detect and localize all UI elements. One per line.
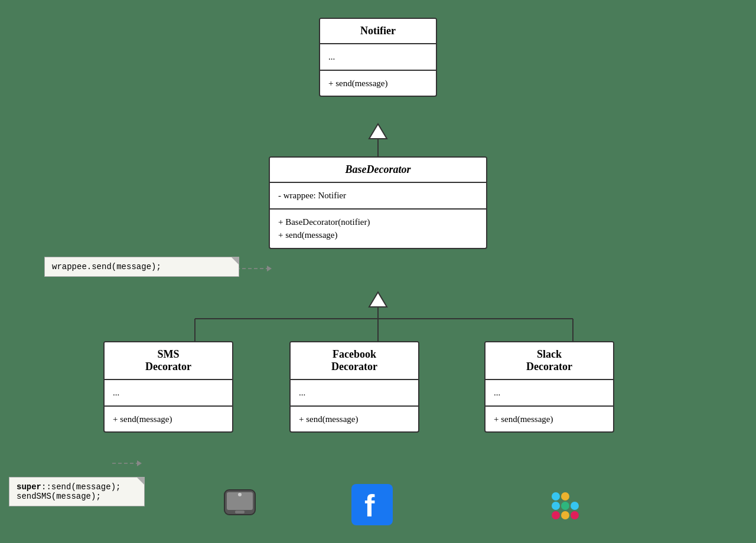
- sms-note-line1-rest: ::send(message);: [41, 482, 120, 492]
- sms-decorator-fields-text: ...: [113, 388, 119, 397]
- sms-decorator-methods-text: + send(message): [113, 414, 172, 424]
- notifier-fields: ...: [320, 44, 436, 71]
- sms-decorator-header: SMS Decorator: [105, 342, 232, 380]
- notifier-class-header: Notifier: [320, 19, 436, 44]
- wrappee-note-text: wrappee.send(message);: [52, 262, 161, 272]
- sms-note-line2: sendSMS(message);: [17, 492, 137, 501]
- base-decorator-name: BaseDecorator: [346, 163, 411, 175]
- wrappee-note: wrappee.send(message);: [44, 257, 239, 277]
- sms-decorator-name-line1: SMS: [114, 348, 223, 361]
- svg-marker-9: [267, 266, 272, 272]
- svg-marker-1: [369, 124, 387, 139]
- sms-decorator-class: SMS Decorator ... + send(message): [103, 341, 233, 433]
- base-decorator-method1: + BaseDecorator(notifier): [278, 215, 478, 229]
- sms-decorator-name-line2: Decorator: [114, 361, 223, 373]
- svg-rect-19: [552, 502, 560, 510]
- base-decorator-class: BaseDecorator - wrappee: Notifier + Base…: [269, 156, 487, 249]
- notifier-methods: + send(message): [320, 71, 436, 96]
- svg-point-15: [238, 493, 242, 496]
- base-decorator-header: BaseDecorator: [270, 158, 486, 183]
- slack-icon: [543, 484, 586, 529]
- svg-text:f: f: [364, 489, 375, 523]
- facebook-decorator-methods: + send(message): [291, 407, 418, 432]
- facebook-decorator-fields: ...: [291, 380, 418, 407]
- facebook-decorator-name-line1: Facebook: [300, 348, 409, 361]
- notifier-fields-text: ...: [328, 52, 335, 61]
- svg-marker-11: [137, 460, 142, 466]
- slack-decorator-methods-text: + send(message): [494, 414, 553, 424]
- sms-note: super::send(message); sendSMS(message);: [9, 477, 145, 506]
- base-decorator-methods: + BaseDecorator(notifier) + send(message…: [270, 210, 486, 248]
- base-decorator-method2-text: + send(message): [278, 230, 338, 240]
- sms-decorator-methods: + send(message): [105, 407, 232, 432]
- base-decorator-field-text: - wrappee: Notifier: [278, 191, 346, 200]
- slack-decorator-fields-text: ...: [494, 388, 500, 397]
- svg-marker-3: [369, 292, 387, 307]
- base-decorator-method2: + send(message): [278, 228, 478, 242]
- svg-rect-25: [571, 511, 579, 519]
- slack-decorator-fields: ...: [485, 380, 613, 407]
- slack-decorator-methods: + send(message): [485, 407, 613, 432]
- facebook-icon: f: [351, 484, 393, 528]
- facebook-decorator-fields-text: ...: [299, 388, 305, 397]
- svg-rect-24: [561, 511, 569, 519]
- slack-decorator-header: Slack Decorator: [485, 342, 613, 380]
- sms-note-line1: super::send(message);: [17, 482, 137, 492]
- slack-decorator-class: Slack Decorator ... + send(message): [484, 341, 614, 433]
- facebook-decorator-class: Facebook Decorator ... + send(message): [289, 341, 419, 433]
- svg-rect-18: [552, 492, 560, 501]
- facebook-decorator-header: Facebook Decorator: [291, 342, 418, 380]
- slack-decorator-name-line2: Decorator: [495, 361, 604, 373]
- svg-rect-20: [561, 492, 569, 501]
- phone-icon: [219, 487, 266, 528]
- slack-decorator-name-line1: Slack: [495, 348, 604, 361]
- svg-rect-21: [552, 511, 560, 519]
- svg-rect-14: [235, 511, 245, 513]
- notifier-methods-text: + send(message): [328, 78, 388, 88]
- notifier-class: Notifier ... + send(message): [319, 18, 437, 97]
- facebook-decorator-methods-text: + send(message): [299, 414, 359, 424]
- facebook-decorator-name-line2: Decorator: [300, 361, 409, 373]
- sms-decorator-fields: ...: [105, 380, 232, 407]
- base-decorator-method1-text: + BaseDecorator(notifier): [278, 217, 370, 227]
- diagram-container: Notifier ... + send(message) BaseDecorat…: [0, 0, 756, 543]
- svg-rect-23: [571, 502, 579, 510]
- base-decorator-fields: - wrappee: Notifier: [270, 183, 486, 210]
- notifier-name: Notifier: [360, 25, 396, 37]
- svg-rect-22: [561, 502, 569, 510]
